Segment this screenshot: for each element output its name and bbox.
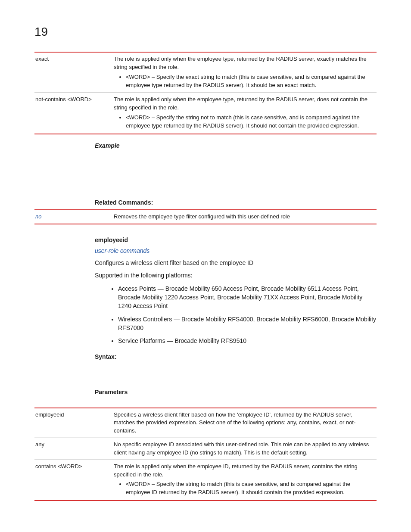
parameters-heading: Parameters bbox=[95, 389, 377, 395]
list-item: Wireless Controllers — Brocade Mobility … bbox=[118, 315, 377, 333]
param-desc: The role is applied only when the employ… bbox=[113, 460, 377, 501]
section-title-employeeid: employeeid bbox=[95, 236, 377, 243]
table-employee-type-params-continued: exact The role is applied only when the … bbox=[34, 52, 377, 134]
param-desc-text: The role is applied only when the employ… bbox=[114, 96, 367, 111]
param-key: contains <WORD> bbox=[34, 460, 113, 501]
example-heading: Example bbox=[95, 142, 377, 149]
param-bullet: <WORD> – Specify the string to match (th… bbox=[126, 480, 373, 497]
param-key: exact bbox=[34, 52, 113, 93]
syntax-heading: Syntax: bbox=[95, 353, 377, 360]
param-desc: No specific employee ID associated with … bbox=[113, 438, 377, 460]
list-item: Service Platforms — Brocade Mobility RFS… bbox=[118, 336, 377, 345]
document-page: 19 exact The role is applied only when t… bbox=[0, 0, 411, 527]
param-key: employeeid bbox=[34, 408, 113, 438]
table-related-commands: no Removes the employee type filter conf… bbox=[34, 209, 377, 224]
supported-platforms-line: Supported in the following platforms: bbox=[95, 271, 377, 280]
param-desc: The role is applied only when the employ… bbox=[113, 93, 377, 134]
related-commands-heading: Related Commands: bbox=[95, 199, 377, 206]
param-bullet: <WORD> – Specify the string not to match… bbox=[126, 114, 373, 130]
param-key: not-contains <WORD> bbox=[34, 93, 113, 134]
page-number: 19 bbox=[34, 25, 377, 39]
param-key: any bbox=[34, 438, 113, 460]
related-command-desc: Removes the employee type filter configu… bbox=[113, 210, 377, 224]
param-desc: Specifies a wireless client filter based… bbox=[113, 408, 377, 438]
param-bullet: <WORD> – Specify the exact string to mat… bbox=[126, 73, 373, 90]
param-desc-text: The role is applied only when the employ… bbox=[114, 56, 367, 70]
list-item: Access Points — Brocade Mobility 650 Acc… bbox=[118, 284, 377, 311]
supported-platforms-list: Access Points — Brocade Mobility 650 Acc… bbox=[95, 284, 377, 345]
section-intro: Configures a wireless client filter base… bbox=[95, 259, 377, 268]
user-role-commands-link[interactable]: user-role commands bbox=[95, 247, 149, 254]
table-employeeid-params: employeeid Specifies a wireless client f… bbox=[34, 408, 377, 501]
param-desc: The role is applied only when the employ… bbox=[113, 52, 377, 93]
related-command-link[interactable]: no bbox=[35, 213, 41, 220]
param-desc-text: The role is applied only when the employ… bbox=[114, 463, 358, 478]
